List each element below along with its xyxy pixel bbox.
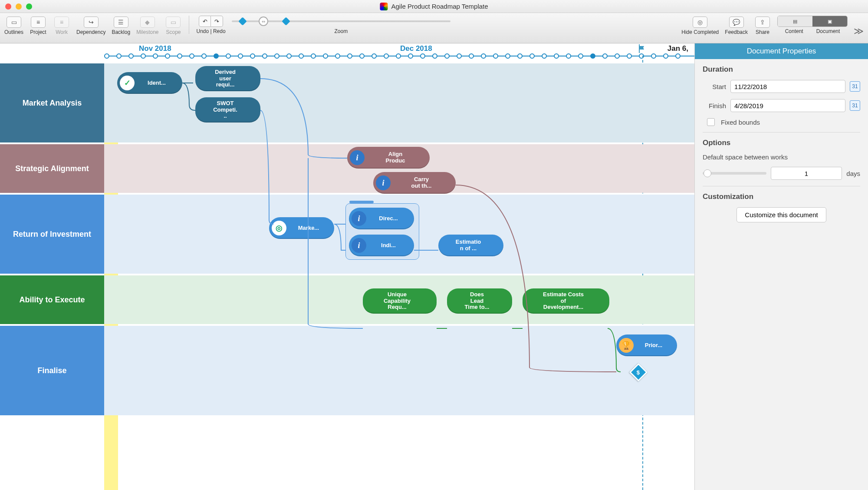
hide-completed-icon: ◎ (693, 17, 707, 28)
duration-heading: Duration (703, 65, 860, 74)
calendar-icon[interactable]: 31 (850, 100, 860, 111)
task-lead[interactable]: Does Lead Time to... (447, 288, 512, 314)
view-segmented: ▤ ▣ ContentDocument (777, 16, 848, 34)
timeline-header: Nov 2018 Dec 2018 Jan 6, (0, 43, 694, 56)
finish-label: Finish (703, 102, 726, 109)
month-label: Nov 2018 (139, 44, 171, 53)
toolbar-separator (189, 16, 189, 34)
outlines-icon: ▭ (7, 17, 21, 28)
redo-button[interactable]: ↷ (211, 16, 223, 27)
lane-market-analysis: Market Analysis ✓Ident... Derived user r… (0, 63, 694, 144)
start-label: Start (703, 83, 726, 90)
lane-execute: Ability to Execute Unique Capability Req… (0, 275, 694, 326)
tab-content[interactable]: ▤ (778, 16, 812, 26)
info-icon: i (350, 150, 365, 165)
window-title-text: Agile Product Roadmap Template (391, 3, 488, 10)
inspector-title: Document Properties (695, 43, 868, 59)
trophy-icon: 🏆 (619, 338, 634, 353)
work-icon: ≡ (54, 17, 69, 28)
app-icon (380, 3, 388, 10)
hide-completed-button[interactable]: ◎Hide Completed (681, 16, 719, 35)
zoom-stop-icon (282, 17, 290, 26)
project-icon: ≡ (31, 17, 46, 28)
zoom-min-icon (238, 17, 247, 26)
dependency-icon: ↪ (84, 17, 99, 28)
task-unique[interactable]: Unique Capability Requ... (363, 288, 437, 314)
share-button[interactable]: ⇪Share (754, 16, 771, 35)
task-estimation[interactable]: Estimatio n of ... (438, 235, 503, 256)
backlog-button[interactable]: ☰Backlog (112, 16, 130, 35)
window-title: Agile Product Roadmap Template (380, 3, 488, 10)
project-button[interactable]: ≡Project (30, 16, 47, 35)
undo-redo-group: ↶↷ Undo | Redo (196, 16, 225, 34)
calendar-icon[interactable]: 31 (850, 81, 860, 92)
undo-button[interactable]: ↶ (199, 16, 211, 27)
milestone-diamond[interactable]: $ (629, 363, 648, 381)
flag-icon (637, 43, 648, 54)
start-date-field[interactable] (730, 80, 845, 93)
task-direct[interactable]: iDirec... (349, 208, 414, 229)
scope-button[interactable]: ▭Scope (164, 16, 182, 35)
zoom-handle[interactable]: ⇔ (259, 17, 268, 26)
slider-handle[interactable] (704, 169, 711, 177)
tab-document[interactable]: ▣ (812, 16, 847, 26)
outlines-button[interactable]: ▭Outlines (4, 16, 23, 35)
task-prioritise[interactable]: 🏆Prior... (616, 334, 677, 356)
zoom-slider[interactable]: ⇔ (232, 16, 450, 27)
share-icon: ⇪ (755, 17, 770, 28)
current-date-label: Jan 6, (667, 44, 688, 53)
timeline-ticks (104, 56, 694, 63)
month-label: Dec 2018 (400, 44, 432, 53)
target-icon: ◎ (272, 221, 286, 235)
lane-roi: Return of Investment ◎Marke... iDirec...… (0, 195, 694, 275)
roadmap-canvas[interactable]: Nov 2018 Dec 2018 Jan 6, Market Analysis… (0, 43, 694, 490)
scope-icon: ▭ (166, 17, 181, 28)
lane-finalise: Finalise 🏆Prior... $ (0, 326, 694, 417)
info-icon: i (352, 238, 366, 253)
task-align[interactable]: iAlign Produc (347, 147, 430, 169)
inspector-panel: Document Properties Duration Start 31 Fi… (694, 43, 868, 490)
feedback-button[interactable]: 💬Feedback (725, 16, 748, 35)
toolbar-overflow-icon[interactable]: ≫ (854, 22, 864, 37)
close-icon[interactable] (5, 3, 11, 10)
check-icon: ✓ (120, 76, 135, 90)
info-icon: i (352, 211, 366, 226)
feedback-icon: 💬 (729, 17, 744, 28)
milestone-icon: ◆ (140, 17, 155, 28)
zoom-window-icon[interactable] (26, 3, 32, 10)
dependency-button[interactable]: ↪Dependency (76, 16, 105, 35)
task-derived[interactable]: Derived user requi... (195, 66, 260, 91)
fixed-bounds-label: Fixed bounds (721, 119, 760, 126)
spacing-unit: days (846, 170, 860, 177)
lane-label[interactable]: Strategic Alignment (0, 144, 104, 193)
finish-date-field[interactable] (730, 99, 845, 112)
backlog-icon: ☰ (114, 17, 128, 28)
spacing-value-field[interactable] (771, 167, 842, 180)
zoom-slider-group: ⇔ Zoom (232, 16, 450, 34)
info-icon: i (376, 175, 391, 190)
lane-label[interactable]: Ability to Execute (0, 275, 104, 324)
window-controls (5, 3, 32, 10)
work-button[interactable]: ≡Work (53, 16, 70, 35)
task-carry[interactable]: iCarry out th... (373, 172, 456, 194)
task-costs[interactable]: Estimate Costs of Development... (523, 288, 609, 314)
minimize-icon[interactable] (16, 3, 22, 10)
task-identify[interactable]: ✓Ident... (117, 72, 182, 94)
customize-button[interactable]: Customize this document (736, 207, 826, 222)
spacing-label: Default space between works (703, 153, 860, 161)
lane-label[interactable]: Return of Investment (0, 195, 104, 274)
spacing-slider[interactable] (703, 172, 766, 175)
titlebar: Agile Product Roadmap Template (0, 0, 868, 13)
lane-label[interactable]: Finalise (0, 326, 104, 415)
toolbar: ▭Outlines ≡Project ≡Work ↪Dependency ☰Ba… (0, 13, 868, 43)
lane-label[interactable]: Market Analysis (0, 63, 104, 142)
task-marketing[interactable]: ◎Marke... (269, 217, 334, 239)
options-heading: Options (703, 139, 860, 147)
task-indirect[interactable]: iIndi... (349, 235, 414, 256)
lane-strategic-alignment: Strategic Alignment iAlign Produc iCarry… (0, 144, 694, 195)
task-swot[interactable]: SWOT Competi. .. (195, 97, 260, 122)
customization-heading: Customization (703, 192, 860, 201)
fixed-bounds-checkbox[interactable] (707, 118, 715, 126)
milestone-button[interactable]: ◆Milestone (136, 16, 158, 35)
